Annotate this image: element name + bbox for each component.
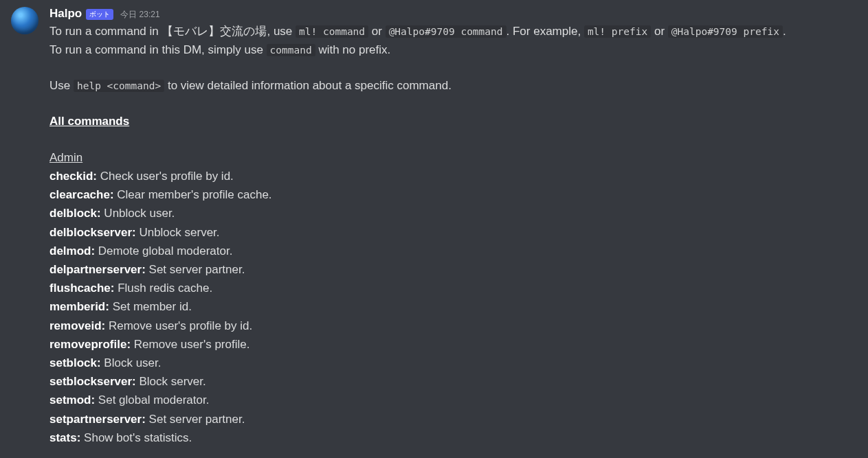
timestamp: 今日 23:21 [120, 9, 159, 21]
command-line: clearcache: Clear member's profile cache… [49, 185, 857, 204]
commands-list: checkid: Check user's profile by id.clea… [49, 167, 857, 447]
intro-line-2: To run a command in this DM, simply use … [49, 41, 857, 59]
command-line: delmod: Demote global moderator. [49, 242, 857, 260]
command-line: setpartnerserver: Set server partner. [49, 410, 857, 428]
command-line: delblock: Unblock user. [49, 204, 857, 222]
command-line: memberid: Set member id. [49, 297, 857, 316]
text: or [368, 25, 386, 38]
all-commands-heading: All commands [49, 115, 129, 128]
command-desc: Show bot's statistics. [80, 431, 192, 444]
author-name[interactable]: Halpo [49, 5, 82, 21]
message-header: Halpo ボット 今日 23:21 [49, 5, 857, 21]
command-desc: Unblock server. [136, 226, 220, 239]
command-line: delblockserver: Unblock server. [49, 223, 857, 242]
command-name: clearcache: [49, 188, 114, 201]
command-line: removeid: Remove user's profile by id. [49, 317, 857, 335]
text: to view detailed information about a spe… [164, 79, 452, 92]
text: . [783, 25, 786, 38]
command-name: removeprofile: [49, 338, 131, 351]
text: or [651, 25, 668, 38]
intro-line-1: To run a command in 【モバレ】交流の場, use ml! c… [49, 23, 857, 41]
command-line: flushcache: Flush redis cache. [49, 279, 857, 297]
command-name: stats: [49, 431, 80, 444]
command-line: delpartnerserver: Set server partner. [49, 260, 857, 279]
command-name: checkid: [49, 170, 97, 183]
command-desc: Set server partner. [146, 413, 245, 426]
command-name: delblock: [49, 207, 101, 220]
intro-line-3: Use help <command> to view detailed info… [49, 77, 857, 95]
command-line: removeprofile: Remove user's profile. [49, 335, 857, 354]
command-line: setblock: Block user. [49, 354, 857, 372]
bot-tag: ボット [86, 9, 113, 20]
command-desc: Demote global moderator. [95, 244, 232, 257]
command-line: stats: Show bot's statistics. [49, 428, 857, 447]
command-desc: Clear member's profile cache. [114, 188, 272, 201]
command-desc: Check user's profile by id. [97, 170, 234, 183]
command-desc: Set member id. [109, 300, 192, 313]
message-content: Halpo ボット 今日 23:21 To run a command in 【… [49, 5, 857, 447]
text: To run a command in this DM, simply use [49, 43, 267, 56]
command-desc: Block user. [101, 356, 162, 369]
command-desc: Set global moderator. [95, 393, 209, 407]
code-snippet: command [267, 44, 315, 56]
command-name: delblockserver: [49, 226, 136, 239]
command-name: delmod: [49, 244, 95, 257]
code-snippet: @Halpo#9709 prefix [668, 25, 783, 38]
code-snippet: ml! prefix [584, 25, 651, 38]
command-desc: Set server partner. [146, 263, 245, 276]
text: . For example, [507, 25, 584, 38]
avatar[interactable] [11, 7, 38, 34]
command-desc: Flush redis cache. [114, 282, 212, 295]
command-line: checkid: Check user's profile by id. [49, 167, 857, 185]
text: Use [49, 79, 74, 92]
text: with no prefix. [315, 43, 391, 56]
message-body: To run a command in 【モバレ】交流の場, use ml! c… [49, 23, 857, 447]
command-name: setblockserver: [49, 375, 136, 388]
command-name: setblock: [49, 356, 101, 369]
command-line: setblockserver: Block server. [49, 372, 857, 391]
command-name: memberid: [49, 300, 109, 313]
command-name: delpartnerserver: [49, 263, 146, 276]
section-heading-admin: Admin [49, 151, 82, 164]
code-snippet: @Halpo#9709 command [386, 25, 507, 38]
command-name: removeid: [49, 319, 105, 332]
command-desc: Remove user's profile by id. [105, 319, 252, 332]
message: Halpo ボット 今日 23:21 To run a command in 【… [0, 0, 868, 453]
command-line: setmod: Set global moderator. [49, 391, 857, 409]
code-snippet: help <command> [74, 80, 164, 92]
command-name: setmod: [49, 393, 95, 407]
text: To run a command in 【モバレ】交流の場, use [49, 25, 296, 38]
command-name: flushcache: [49, 282, 114, 295]
command-desc: Block server. [136, 375, 206, 388]
command-desc: Unblock user. [101, 207, 175, 220]
command-desc: Remove user's profile. [131, 338, 249, 351]
code-snippet: ml! command [296, 25, 368, 38]
command-name: setpartnerserver: [49, 413, 146, 426]
